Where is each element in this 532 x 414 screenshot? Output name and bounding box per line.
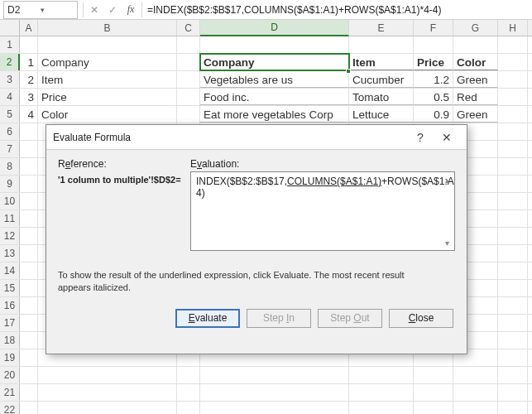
cell[interactable] xyxy=(20,367,38,383)
cell[interactable] xyxy=(498,262,528,279)
cell[interactable] xyxy=(453,402,498,414)
cell[interactable]: 3 xyxy=(20,89,38,105)
cell[interactable] xyxy=(349,402,414,414)
cell[interactable] xyxy=(177,89,200,105)
row-header[interactable]: 9 xyxy=(0,176,20,192)
cell[interactable] xyxy=(38,384,177,401)
cell[interactable] xyxy=(453,367,498,383)
row-header[interactable]: 19 xyxy=(0,349,20,366)
cell[interactable] xyxy=(453,384,498,401)
cell[interactable]: Eat more vegetables Corp xyxy=(200,106,349,123)
step-in-button[interactable]: Step In xyxy=(247,309,311,328)
cell[interactable] xyxy=(20,210,38,227)
cell[interactable]: 4 xyxy=(20,106,38,123)
row-header[interactable]: 14 xyxy=(0,262,20,279)
col-header-A[interactable]: A xyxy=(20,20,38,36)
cell[interactable] xyxy=(177,402,200,414)
cell[interactable]: 2 xyxy=(20,71,38,88)
cell[interactable]: Price xyxy=(414,54,453,70)
row-header[interactable]: 7 xyxy=(0,141,20,157)
cell[interactable]: Green xyxy=(453,106,498,123)
scroll-up-icon[interactable]: ▴ xyxy=(441,174,453,185)
cell[interactable] xyxy=(498,228,528,244)
row-header[interactable]: 16 xyxy=(0,297,20,314)
cell[interactable] xyxy=(20,315,38,331)
cell[interactable] xyxy=(414,367,453,383)
cell[interactable]: 0.9 xyxy=(414,106,453,123)
cell[interactable] xyxy=(498,89,528,105)
cell[interactable]: Price xyxy=(38,89,177,105)
cell[interactable] xyxy=(20,176,38,192)
cell[interactable] xyxy=(498,36,528,53)
cell[interactable] xyxy=(177,54,200,70)
close-button[interactable]: Close xyxy=(389,309,453,328)
cell[interactable]: Green xyxy=(453,71,498,88)
cell[interactable] xyxy=(38,367,177,383)
cell[interactable] xyxy=(498,158,528,175)
row-header[interactable]: 4 xyxy=(0,89,20,105)
cell[interactable] xyxy=(200,367,349,383)
cell[interactable] xyxy=(200,384,349,401)
insert-function-icon[interactable]: fx xyxy=(122,1,140,19)
cell[interactable] xyxy=(20,297,38,314)
row-header[interactable]: 22 xyxy=(0,402,20,414)
cell-selected[interactable]: Company xyxy=(200,54,349,70)
row-header[interactable]: 18 xyxy=(0,332,20,349)
cell[interactable] xyxy=(177,36,200,53)
row-header[interactable]: 5 xyxy=(0,106,20,123)
cell[interactable] xyxy=(349,367,414,383)
cell[interactable] xyxy=(38,402,177,414)
cell[interactable] xyxy=(498,54,528,70)
cell[interactable] xyxy=(38,36,177,53)
row-header[interactable]: 1 xyxy=(0,36,20,53)
cell[interactable] xyxy=(498,332,528,349)
cell[interactable]: Color xyxy=(38,106,177,123)
cell[interactable] xyxy=(498,297,528,314)
cell[interactable] xyxy=(498,193,528,209)
col-header-B[interactable]: B xyxy=(38,20,177,36)
cell[interactable]: Food inc. xyxy=(200,89,349,105)
cell[interactable]: Company xyxy=(38,54,177,70)
cell[interactable] xyxy=(414,384,453,401)
confirm-formula-icon[interactable]: ✓ xyxy=(103,1,122,19)
col-header-D[interactable]: D xyxy=(200,20,349,36)
cell[interactable]: Lettuce xyxy=(349,106,414,123)
close-icon[interactable]: ✕ xyxy=(434,131,460,144)
name-box[interactable]: D2 ▾ xyxy=(3,1,78,19)
cell[interactable] xyxy=(200,36,349,53)
col-header-E[interactable]: E xyxy=(349,20,414,36)
cell[interactable] xyxy=(498,71,528,88)
cell[interactable]: Item xyxy=(38,71,177,88)
row-header[interactable]: 2 xyxy=(0,54,20,70)
row-header[interactable]: 15 xyxy=(0,280,20,296)
step-out-button[interactable]: Step Out xyxy=(318,309,382,328)
cell[interactable] xyxy=(20,262,38,279)
cell[interactable]: 1 xyxy=(20,54,38,70)
cell[interactable] xyxy=(498,349,528,366)
cell[interactable] xyxy=(20,349,38,366)
row-header[interactable]: 11 xyxy=(0,210,20,227)
cell[interactable]: Color xyxy=(453,54,498,70)
cell[interactable] xyxy=(20,228,38,244)
dialog-titlebar[interactable]: Evaluate Formula ? ✕ xyxy=(46,125,467,150)
cell[interactable] xyxy=(498,402,528,414)
cell[interactable] xyxy=(498,245,528,262)
cancel-formula-icon[interactable]: ✕ xyxy=(85,1,103,19)
cell[interactable] xyxy=(414,36,453,53)
row-header[interactable]: 21 xyxy=(0,384,20,401)
cell[interactable] xyxy=(498,106,528,123)
cell[interactable] xyxy=(20,402,38,414)
col-header-G[interactable]: G xyxy=(453,20,498,36)
col-header-H[interactable]: H xyxy=(498,20,528,36)
help-icon[interactable]: ? xyxy=(407,131,434,144)
cell[interactable] xyxy=(498,315,528,331)
cell[interactable] xyxy=(414,402,453,414)
cell[interactable] xyxy=(349,36,414,53)
row-header[interactable]: 12 xyxy=(0,228,20,244)
cell[interactable] xyxy=(498,384,528,401)
cell[interactable] xyxy=(453,36,498,53)
fill-handle[interactable] xyxy=(346,69,351,74)
chevron-down-icon[interactable]: ▾ xyxy=(41,6,74,14)
cell[interactable] xyxy=(20,141,38,157)
cell[interactable] xyxy=(20,384,38,401)
